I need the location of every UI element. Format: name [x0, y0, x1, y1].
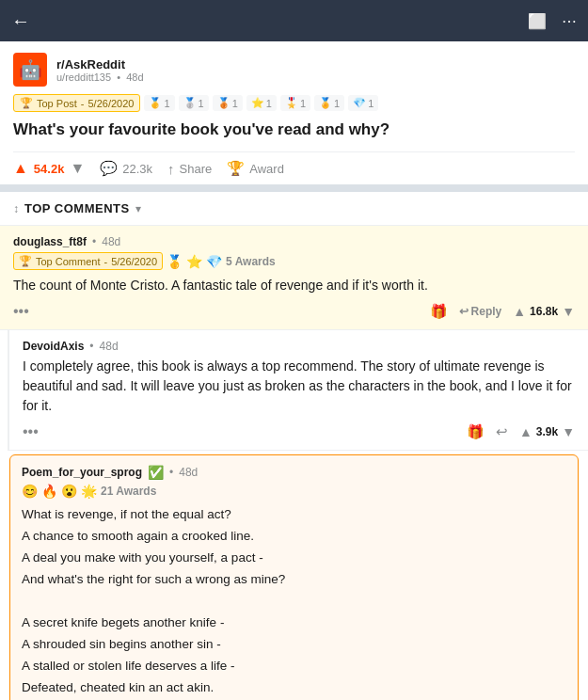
comment-3-poem: What is revenge, if not the equal act? A…: [22, 504, 566, 700]
award-badge-1: 🥇 1: [144, 95, 174, 111]
post-title: What's your favourite book you've read a…: [13, 119, 575, 140]
comment-3-awards-row: 😊 🔥 😮 🌟 21 Awards: [22, 484, 566, 499]
award-icon: 🏆: [227, 160, 245, 177]
comments-header: ↕ TOP COMMENTS ▾: [0, 192, 588, 226]
comments-icon: 💬: [100, 160, 118, 177]
comment-1-award-emoji-1: 🥇: [167, 254, 183, 269]
top-bar-right: ⬜ ⋯: [528, 12, 577, 30]
share-icon: ↑: [167, 161, 175, 177]
comment-2-meta: DevoidAxis • 48d: [23, 340, 575, 353]
comment-2-vote-count: 3.9k: [536, 425, 558, 438]
comment-2: DevoidAxis • 48d I completely agree, thi…: [8, 330, 588, 451]
reply-button[interactable]: ↩ Reply: [459, 305, 502, 318]
comment-3: Poem_for_your_sprog ✅ • 48d 😊 🔥 😮 🌟 21 A…: [9, 454, 579, 700]
vote-section: ▲ 54.2k ▼: [13, 160, 85, 177]
comment-2-body: I completely agree, this book is always …: [23, 357, 575, 416]
comment-2-vote-row: ▲ 3.9k ▼: [519, 424, 575, 439]
sort-caret-icon[interactable]: ▾: [135, 202, 141, 215]
comment-2-footer: ••• 🎁 ↩ ▲ 3.9k ▼: [23, 423, 575, 440]
comment-2-more-icon[interactable]: •••: [23, 423, 39, 440]
comment-1-award-emoji-3: 💎: [206, 254, 222, 269]
comment-1-upvote-icon[interactable]: ▲: [513, 304, 526, 319]
comment-1-footer: ••• 🎁 ↩ Reply ▲ 16.8k ▼: [13, 303, 575, 320]
comment-1-vote-row: ▲ 16.8k ▼: [513, 304, 575, 319]
comment-3-verified-icon: ✅: [148, 465, 164, 480]
award-badge-2: 🥈 1: [179, 95, 209, 111]
comment-3-award-3: 😮: [61, 484, 77, 499]
top-post-badge: 🏆 Top Post - 5/26/2020: [13, 94, 140, 112]
more-icon[interactable]: ⋯: [562, 12, 577, 30]
comment-2-reply-icon[interactable]: ↩: [496, 423, 508, 440]
comment-3-award-1: 😊: [22, 484, 38, 499]
comment-1-downvote-icon[interactable]: ▼: [562, 304, 575, 319]
comment-1-awards-row: 🏆 Top Comment - 5/26/2020 🥇 ⭐ 💎 5 Awards: [13, 252, 575, 270]
comment-1-age: 48d: [102, 235, 120, 248]
sort-icon: ↕: [13, 202, 19, 215]
back-icon[interactable]: ←: [11, 10, 30, 32]
upvote-icon[interactable]: ▲: [13, 160, 28, 177]
share-action[interactable]: ↑ Share: [167, 161, 212, 177]
top-post-icon: 🏆: [20, 97, 33, 109]
comment-1-author[interactable]: douglass_ft8f: [13, 235, 87, 248]
award-badge-6: 🏅 1: [314, 95, 344, 111]
subreddit-name[interactable]: r/AskReddit: [56, 57, 144, 72]
award-badge-3: 🥉 1: [213, 95, 243, 111]
comment-2-age: 48d: [100, 340, 119, 353]
post-actions: ▲ 54.2k ▼ 💬 22.3k ↑ Share 🏆 Award: [13, 151, 575, 177]
downvote-icon[interactable]: ▼: [70, 160, 85, 177]
comment-3-age: 48d: [179, 466, 198, 479]
award-badge-7: 💎 1: [348, 95, 378, 111]
username: u/redditt135 • 48d: [56, 72, 144, 83]
comment-3-meta: Poem_for_your_sprog ✅ • 48d: [22, 465, 566, 480]
comment-1-body: The count of Monte Cristo. A fantastic t…: [13, 276, 575, 295]
subreddit-icon: 🤖: [13, 53, 47, 87]
post-awards-row: 🏆 Top Post - 5/26/2020 🥇 1 🥈 1 🥉 1 ⭐ 1 🎖…: [13, 94, 575, 112]
comment-2-downvote-icon[interactable]: ▼: [562, 424, 575, 439]
comment-3-author[interactable]: Poem_for_your_sprog: [22, 466, 142, 479]
comments-action[interactable]: 💬 22.3k: [100, 160, 152, 177]
comment-1: douglass_ft8f • 48d 🏆 Top Comment - 5/26…: [0, 226, 588, 330]
comment-3-award-2: 🔥: [41, 484, 57, 499]
comment-2-upvote-icon[interactable]: ▲: [519, 424, 532, 439]
comment-2-author[interactable]: DevoidAxis: [23, 340, 84, 353]
comment-1-more-icon[interactable]: •••: [13, 303, 29, 320]
comment-1-awards-count: 5 Awards: [226, 255, 276, 268]
vote-count: 54.2k: [34, 162, 65, 176]
top-bar: ← ⬜ ⋯: [0, 0, 588, 41]
gift-icon[interactable]: 🎁: [430, 303, 448, 320]
comment-1-meta: douglass_ft8f • 48d: [13, 235, 575, 248]
top-bar-left: ←: [11, 10, 30, 32]
reply-arrow-icon: ↩: [459, 305, 469, 318]
comment-3-awards-count: 21 Awards: [101, 485, 156, 498]
bookmark-icon[interactable]: ⬜: [528, 12, 547, 30]
post-card: 🤖 r/AskReddit u/redditt135 • 48d 🏆 Top P…: [0, 41, 588, 184]
comments-header-text[interactable]: TOP COMMENTS: [24, 201, 130, 215]
post-meta: r/AskReddit u/redditt135 • 48d: [56, 57, 144, 83]
comments-section: ↕ TOP COMMENTS ▾ douglass_ft8f • 48d 🏆 T…: [0, 192, 588, 700]
top-comment-badge: 🏆 Top Comment - 5/26/2020: [13, 252, 163, 270]
award-badge-5: 🎖️ 1: [280, 95, 310, 111]
comment-3-award-4: 🌟: [81, 484, 97, 499]
comment-1-award-emoji-2: ⭐: [186, 254, 202, 269]
award-badge-4: ⭐ 1: [246, 95, 277, 111]
award-action[interactable]: 🏆 Award: [227, 160, 284, 177]
post-header: 🤖 r/AskReddit u/redditt135 • 48d: [13, 53, 575, 87]
comment-1-vote-count: 16.8k: [530, 305, 558, 318]
comment-2-gift-icon[interactable]: 🎁: [467, 423, 485, 440]
